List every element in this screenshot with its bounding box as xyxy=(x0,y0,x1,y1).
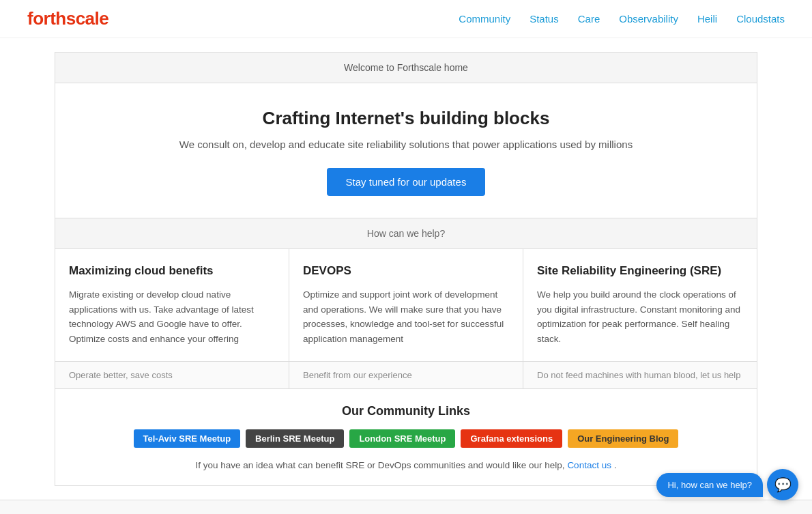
tag-blog[interactable]: Our Engineering Blog xyxy=(568,429,678,448)
help-banner: How can we help? xyxy=(55,218,757,249)
community-section: Our Community Links Tel-Aviv SRE Meetup … xyxy=(55,389,757,486)
card-sre-footer: Do not feed machines with human blood, l… xyxy=(523,361,757,388)
community-cta-text: If you have an idea what can benefit SRE… xyxy=(69,460,743,470)
nav-heili[interactable]: Heili xyxy=(697,13,717,25)
hero-section: Crafting Internet's building blocks We c… xyxy=(55,83,757,218)
main-wrapper: Welcome to Forthscale home Crafting Inte… xyxy=(41,52,771,486)
hero-subtitle: We consult on, develop and educate site … xyxy=(69,139,743,150)
logo: forthscale xyxy=(27,8,108,29)
chat-icon[interactable]: 💬 xyxy=(767,469,798,500)
tag-grafana[interactable]: Grafana extensions xyxy=(461,429,562,448)
cta-button[interactable]: Stay tuned for our updates xyxy=(327,168,486,196)
card-sre: Site Reliability Engineering (SRE) We he… xyxy=(523,249,757,388)
nav-status[interactable]: Status xyxy=(530,13,559,25)
card-cloud-body: Maximizing cloud benefits Migrate existi… xyxy=(55,249,289,361)
card-sre-body: Site Reliability Engineering (SRE) We he… xyxy=(523,249,757,361)
welcome-banner: Welcome to Forthscale home xyxy=(55,52,757,83)
community-title: Our Community Links xyxy=(69,404,743,418)
footer: forthscale © Copyright © 2012-2020: Fort… xyxy=(0,500,812,514)
card-sre-text: We help you build around the clock opera… xyxy=(537,287,743,346)
card-cloud-footer: Operate better, save costs xyxy=(55,361,289,388)
contact-us-link[interactable]: Contact us xyxy=(567,460,611,470)
card-devops-body: DEVOPS Optimize and support joint work o… xyxy=(289,249,523,361)
welcome-text: Welcome to Forthscale home xyxy=(344,62,468,73)
header: forthscale Community Status Care Observa… xyxy=(0,0,812,38)
community-text-suffix: . xyxy=(614,460,617,470)
card-cloud-title: Maximizing cloud benefits xyxy=(69,264,275,278)
card-devops: DEVOPS Optimize and support joint work o… xyxy=(289,249,523,388)
card-devops-text: Optimize and support joint work of devel… xyxy=(303,287,509,346)
nav-cloudstats[interactable]: Cloudstats xyxy=(736,13,785,25)
card-devops-title: DEVOPS xyxy=(303,264,509,278)
tag-telaviv[interactable]: Tel-Aviv SRE Meetup xyxy=(134,429,241,448)
chat-icon-symbol: 💬 xyxy=(774,476,792,493)
nav-community[interactable]: Community xyxy=(459,13,510,25)
help-text: How can we help? xyxy=(367,228,445,239)
tag-berlin[interactable]: Berlin SRE Meetup xyxy=(246,429,344,448)
community-text-before: If you have an idea what can benefit SRE… xyxy=(196,460,565,470)
card-cloud: Maximizing cloud benefits Migrate existi… xyxy=(55,249,289,388)
card-devops-footer: Benefit from our experience xyxy=(289,361,523,388)
hero-title: Crafting Internet's building blocks xyxy=(69,108,743,129)
cards-row: Maximizing cloud benefits Migrate existi… xyxy=(55,249,757,389)
chat-bubble[interactable]: Hi, how can we help? xyxy=(656,473,763,497)
tag-london[interactable]: London SRE Meetup xyxy=(349,429,455,448)
nav-care[interactable]: Care xyxy=(578,13,600,25)
card-sre-title: Site Reliability Engineering (SRE) xyxy=(537,264,743,278)
community-links: Tel-Aviv SRE Meetup Berlin SRE Meetup Lo… xyxy=(69,429,743,448)
card-cloud-text: Migrate existing or develop cloud native… xyxy=(69,287,275,346)
chat-widget: Hi, how can we help? 💬 xyxy=(656,469,798,500)
nav-observability[interactable]: Observability xyxy=(619,13,678,25)
nav: Community Status Care Observability Heil… xyxy=(459,13,785,25)
